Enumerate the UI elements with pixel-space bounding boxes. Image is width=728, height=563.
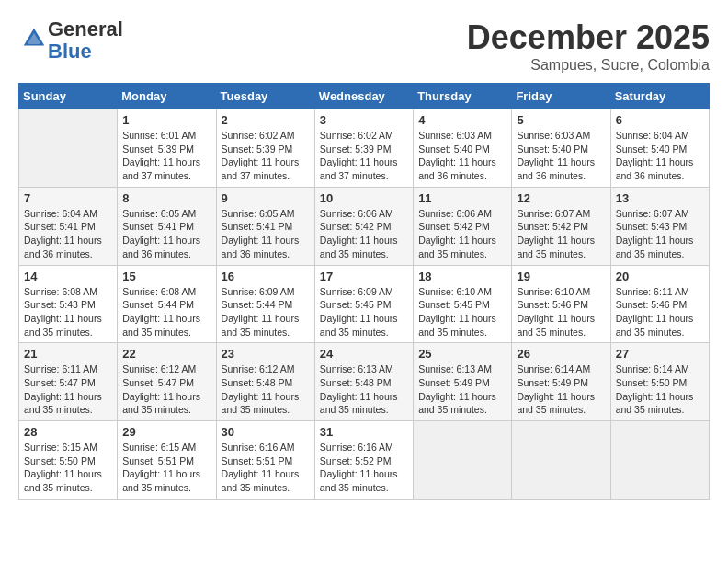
weekday-header-tuesday: Tuesday [216, 84, 314, 109]
calendar-cell: 23Sunrise: 6:12 AMSunset: 5:48 PMDayligh… [216, 343, 314, 421]
calendar-cell: 31Sunrise: 6:16 AMSunset: 5:52 PMDayligh… [314, 421, 413, 500]
weekday-header-wednesday: Wednesday [314, 84, 413, 109]
weekday-header-sunday: Sunday [19, 84, 118, 109]
calendar-week-2: 7Sunrise: 6:04 AMSunset: 5:41 PMDaylight… [19, 187, 710, 265]
day-info: Sunrise: 6:16 AMSunset: 5:51 PMDaylight:… [222, 441, 310, 495]
day-number: 15 [122, 270, 210, 283]
day-number: 13 [616, 191, 704, 205]
calendar-cell: 15Sunrise: 6:08 AMSunset: 5:44 PMDayligh… [118, 265, 216, 343]
day-info: Sunrise: 6:05 AMSunset: 5:41 PMDaylight:… [222, 207, 310, 261]
calendar-cell: 12Sunrise: 6:07 AMSunset: 5:42 PMDayligh… [512, 187, 610, 265]
calendar-cell: 22Sunrise: 6:12 AMSunset: 5:47 PMDayligh… [118, 343, 216, 421]
day-number: 24 [320, 347, 408, 361]
calendar-cell: 11Sunrise: 6:06 AMSunset: 5:42 PMDayligh… [414, 187, 512, 265]
day-number: 5 [517, 113, 605, 127]
day-info: Sunrise: 6:04 AMSunset: 5:41 PMDaylight:… [24, 207, 112, 261]
day-number: 14 [24, 270, 112, 283]
calendar-cell: 7Sunrise: 6:04 AMSunset: 5:41 PMDaylight… [19, 187, 118, 265]
weekday-header-friday: Friday [512, 84, 610, 109]
calendar-cell: 20Sunrise: 6:11 AMSunset: 5:46 PMDayligh… [610, 265, 709, 343]
day-number: 12 [517, 191, 605, 205]
calendar-cell: 29Sunrise: 6:15 AMSunset: 5:51 PMDayligh… [118, 421, 216, 500]
month-title: December 2025 [467, 18, 710, 57]
day-info: Sunrise: 6:09 AMSunset: 5:45 PMDaylight:… [320, 285, 408, 339]
calendar-cell: 10Sunrise: 6:06 AMSunset: 5:42 PMDayligh… [314, 187, 413, 265]
day-info: Sunrise: 6:08 AMSunset: 5:44 PMDaylight:… [122, 285, 210, 339]
calendar-week-5: 28Sunrise: 6:15 AMSunset: 5:50 PMDayligh… [19, 421, 710, 500]
day-number: 27 [616, 347, 704, 361]
calendar-week-4: 21Sunrise: 6:11 AMSunset: 5:47 PMDayligh… [19, 343, 710, 421]
day-info: Sunrise: 6:11 AMSunset: 5:46 PMDaylight:… [616, 285, 704, 339]
day-number: 1 [122, 113, 210, 127]
calendar-cell [512, 421, 610, 500]
day-number: 29 [122, 425, 210, 439]
day-info: Sunrise: 6:13 AMSunset: 5:49 PMDaylight:… [418, 362, 506, 417]
day-info: Sunrise: 6:16 AMSunset: 5:52 PMDaylight:… [320, 441, 408, 495]
day-number: 9 [222, 191, 310, 205]
weekday-header-thursday: Thursday [414, 84, 512, 109]
day-info: Sunrise: 6:12 AMSunset: 5:47 PMDaylight:… [122, 362, 210, 417]
logo-icon [20, 25, 48, 52]
calendar-cell: 18Sunrise: 6:10 AMSunset: 5:45 PMDayligh… [414, 265, 512, 343]
day-number: 26 [517, 347, 605, 361]
calendar-cell [19, 109, 118, 188]
day-info: Sunrise: 6:01 AMSunset: 5:39 PMDaylight:… [122, 129, 210, 183]
day-number: 10 [320, 191, 408, 205]
day-number: 11 [418, 191, 506, 205]
calendar-cell: 21Sunrise: 6:11 AMSunset: 5:47 PMDayligh… [19, 343, 118, 421]
calendar-cell: 25Sunrise: 6:13 AMSunset: 5:49 PMDayligh… [414, 343, 512, 421]
day-number: 21 [24, 347, 112, 361]
day-info: Sunrise: 6:06 AMSunset: 5:42 PMDaylight:… [418, 207, 506, 261]
calendar-cell: 30Sunrise: 6:16 AMSunset: 5:51 PMDayligh… [216, 421, 314, 500]
logo-blue-text: Blue [48, 40, 92, 63]
day-number: 16 [222, 270, 310, 283]
calendar-cell: 17Sunrise: 6:09 AMSunset: 5:45 PMDayligh… [314, 265, 413, 343]
calendar-table: SundayMondayTuesdayWednesdayThursdayFrid… [18, 83, 710, 500]
calendar-cell: 5Sunrise: 6:03 AMSunset: 5:40 PMDaylight… [512, 109, 610, 188]
calendar-cell [610, 421, 709, 500]
calendar-cell: 19Sunrise: 6:10 AMSunset: 5:46 PMDayligh… [512, 265, 610, 343]
day-info: Sunrise: 6:02 AMSunset: 5:39 PMDaylight:… [320, 129, 408, 183]
logo-general-text: General [48, 17, 123, 40]
day-number: 7 [24, 191, 112, 205]
calendar-cell [414, 421, 512, 500]
calendar-cell: 13Sunrise: 6:07 AMSunset: 5:43 PMDayligh… [610, 187, 709, 265]
day-info: Sunrise: 6:15 AMSunset: 5:51 PMDaylight:… [122, 441, 210, 495]
calendar-cell: 4Sunrise: 6:03 AMSunset: 5:40 PMDaylight… [414, 109, 512, 188]
day-info: Sunrise: 6:03 AMSunset: 5:40 PMDaylight:… [517, 129, 605, 183]
calendar-cell: 2Sunrise: 6:02 AMSunset: 5:39 PMDaylight… [216, 109, 314, 188]
day-info: Sunrise: 6:07 AMSunset: 5:42 PMDaylight:… [517, 207, 605, 261]
day-number: 28 [24, 425, 112, 439]
calendar-header: SundayMondayTuesdayWednesdayThursdayFrid… [19, 84, 710, 109]
day-number: 22 [122, 347, 210, 361]
day-info: Sunrise: 6:12 AMSunset: 5:48 PMDaylight:… [222, 362, 310, 417]
calendar-cell: 28Sunrise: 6:15 AMSunset: 5:50 PMDayligh… [19, 421, 118, 500]
day-number: 20 [616, 270, 704, 283]
day-info: Sunrise: 6:11 AMSunset: 5:47 PMDaylight:… [24, 362, 112, 417]
location-text: Sampues, Sucre, Colombia [467, 57, 710, 74]
weekday-header-monday: Monday [118, 84, 216, 109]
day-number: 4 [418, 113, 506, 127]
day-number: 25 [418, 347, 506, 361]
calendar-cell: 8Sunrise: 6:05 AMSunset: 5:41 PMDaylight… [118, 187, 216, 265]
day-number: 18 [418, 270, 506, 283]
day-number: 17 [320, 270, 408, 283]
day-number: 31 [320, 425, 408, 439]
day-info: Sunrise: 6:05 AMSunset: 5:41 PMDaylight:… [122, 207, 210, 261]
day-info: Sunrise: 6:06 AMSunset: 5:42 PMDaylight:… [320, 207, 408, 261]
day-number: 19 [517, 270, 605, 283]
day-info: Sunrise: 6:15 AMSunset: 5:50 PMDaylight:… [24, 441, 112, 495]
calendar-cell: 1Sunrise: 6:01 AMSunset: 5:39 PMDaylight… [118, 109, 216, 188]
day-info: Sunrise: 6:14 AMSunset: 5:50 PMDaylight:… [616, 362, 704, 417]
day-number: 3 [320, 113, 408, 127]
calendar-week-3: 14Sunrise: 6:08 AMSunset: 5:43 PMDayligh… [19, 265, 710, 343]
calendar-cell: 24Sunrise: 6:13 AMSunset: 5:48 PMDayligh… [314, 343, 413, 421]
day-info: Sunrise: 6:14 AMSunset: 5:49 PMDaylight:… [517, 362, 605, 417]
calendar-cell: 6Sunrise: 6:04 AMSunset: 5:40 PMDaylight… [610, 109, 709, 188]
calendar-cell: 14Sunrise: 6:08 AMSunset: 5:43 PMDayligh… [19, 265, 118, 343]
weekday-header-saturday: Saturday [610, 84, 709, 109]
day-number: 30 [222, 425, 310, 439]
day-number: 8 [122, 191, 210, 205]
page-header: General Blue December 2025 Sampues, Sucr… [18, 18, 710, 74]
day-info: Sunrise: 6:10 AMSunset: 5:45 PMDaylight:… [418, 285, 506, 339]
